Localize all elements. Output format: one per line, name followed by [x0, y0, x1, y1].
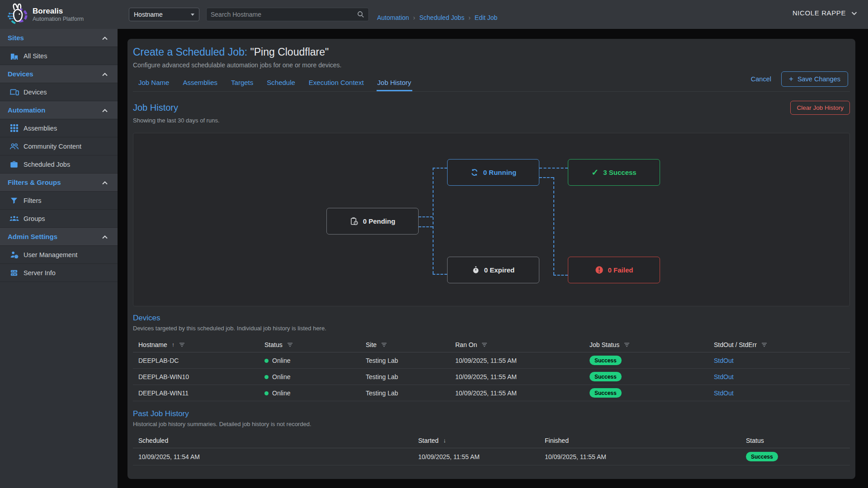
sidebar-item-filters[interactable]: Filters	[0, 192, 118, 210]
sidebar-item-assemblies[interactable]: Assemblies	[0, 119, 118, 137]
tab-targets[interactable]: Targets	[230, 76, 254, 91]
online-dot-icon	[264, 359, 269, 363]
user-gear-icon	[8, 251, 20, 258]
column-header-status[interactable]: Status	[264, 341, 366, 348]
plus-icon: +	[789, 76, 793, 82]
sidebar-section-devices[interactable]: Devices	[0, 65, 118, 83]
sidebar-item-community-content[interactable]: Community Content	[0, 137, 118, 155]
column-header-scheduled[interactable]: Scheduled	[138, 437, 418, 444]
devices-subheading: Devices targeted by this scheduled job. …	[133, 325, 850, 332]
save-changes-button[interactable]: + Save Changes	[781, 71, 848, 87]
table-row[interactable]: DEEPLAB-DC Online Testing Lab 10/09/2025…	[133, 352, 850, 369]
user-menu[interactable]: NICOLE RAPPE	[793, 9, 857, 17]
filter-icon[interactable]	[179, 341, 185, 348]
column-header-finished[interactable]: Finished	[545, 437, 746, 444]
breadcrumb-edit-job[interactable]: Edit Job	[475, 14, 498, 21]
table-row[interactable]: DEEPLAB-WIN11 Online Testing Lab 10/09/2…	[133, 385, 850, 401]
sidebar-section-label: Sites	[8, 34, 24, 42]
filter-icon[interactable]	[481, 341, 487, 348]
column-header-started[interactable]: Started ↓	[418, 437, 545, 444]
table-row[interactable]: DEEPLAB-WIN10 Online Testing Lab 10/09/2…	[133, 369, 850, 385]
groups-icon	[8, 215, 20, 222]
cell-stdout: StdOut	[714, 373, 850, 380]
past-history-table-header: Scheduled Started ↓ Finished Status	[133, 433, 850, 448]
sidebar-item-label: Groups	[24, 215, 45, 222]
filter-icon[interactable]	[761, 341, 767, 348]
clipboard-clock-icon	[350, 217, 359, 226]
filter-icon[interactable]	[381, 341, 387, 348]
tab-job-name[interactable]: Job Name	[137, 76, 170, 91]
column-header-ran-on[interactable]: Ran On	[455, 341, 590, 348]
online-dot-icon	[264, 375, 269, 379]
sidebar-item-all-sites[interactable]: All Sites	[0, 47, 118, 65]
column-header-job-status[interactable]: Job Status	[590, 341, 714, 348]
breadcrumb-automation[interactable]: Automation	[377, 14, 409, 21]
hostname-select[interactable]: Hostname	[129, 8, 199, 21]
cell-site: Testing Lab	[366, 357, 455, 364]
tab-job-history[interactable]: Job History	[377, 76, 412, 91]
flow-connector	[433, 168, 434, 274]
stdout-link[interactable]: StdOut	[714, 357, 734, 364]
server-icon	[8, 269, 20, 277]
main-content: Create a Scheduled Job: "Ping Cloudflare…	[118, 29, 868, 488]
sidebar-item-groups[interactable]: Groups	[0, 210, 118, 228]
sidebar-item-label: Community Content	[24, 143, 81, 150]
column-label: Status	[264, 341, 283, 348]
flow-node-failed[interactable]: 0 Failed	[568, 257, 660, 283]
alert-circle-icon	[595, 266, 604, 274]
breadcrumb-separator: ›	[413, 14, 415, 21]
flow-node-label: 0 Running	[483, 169, 516, 176]
flow-node-success[interactable]: ✓ 3 Success	[568, 159, 660, 186]
chevron-down-icon	[851, 9, 857, 17]
sidebar-section-automation[interactable]: Automation	[0, 101, 118, 119]
stdout-link[interactable]: StdOut	[714, 373, 734, 380]
flow-node-label: 0 Expired	[484, 266, 515, 274]
tab-schedule[interactable]: Schedule	[266, 76, 296, 91]
cancel-button[interactable]: Cancel	[751, 75, 771, 83]
sidebar-section-admin-settings[interactable]: Admin Settings	[0, 228, 118, 246]
breadcrumb-scheduled-jobs[interactable]: Scheduled Jobs	[420, 14, 465, 21]
flow-connector	[433, 168, 447, 169]
flow-node-expired[interactable]: 0 Expired	[447, 257, 539, 283]
tab-execution-context[interactable]: Execution Context	[308, 76, 365, 91]
column-header-stdout[interactable]: StdOut / StdErr	[714, 341, 850, 348]
column-header-hostname[interactable]: Hostname ↑	[138, 341, 264, 348]
sidebar-item-label: User Management	[24, 251, 77, 258]
column-label: Status	[746, 437, 764, 444]
sidebar-section-filters-groups[interactable]: Filters & Groups	[0, 174, 118, 192]
cell-job-status: Success	[590, 388, 714, 398]
filter-icon[interactable]	[624, 341, 630, 348]
sidebar-item-devices[interactable]: Devices	[0, 83, 118, 101]
cell-scheduled: 10/09/2025, 11:54 AM	[138, 453, 418, 460]
sidebar-item-label: Server Info	[24, 269, 56, 277]
search-input[interactable]	[211, 11, 357, 18]
sync-icon	[470, 168, 479, 177]
table-row[interactable]: 10/09/2025, 11:54 AM 10/09/2025, 11:55 A…	[133, 448, 850, 465]
sidebar-section-label: Admin Settings	[8, 233, 57, 240]
building-icon	[8, 52, 20, 60]
column-header-site[interactable]: Site	[366, 341, 455, 348]
column-header-status[interactable]: Status	[746, 437, 850, 444]
status-badge: Success	[590, 356, 622, 365]
tab-assemblies[interactable]: Assemblies	[182, 76, 218, 91]
chevron-up-icon	[102, 233, 108, 240]
cell-ran-on: 10/09/2025, 11:55 AM	[455, 389, 590, 397]
flow-node-running[interactable]: 0 Running	[447, 159, 539, 186]
past-job-history-heading: Past Job History	[133, 409, 850, 418]
flow-node-pending[interactable]: 0 Pending	[326, 208, 419, 235]
filter-icon[interactable]	[287, 341, 293, 348]
stdout-link[interactable]: StdOut	[714, 389, 734, 397]
sidebar-item-scheduled-jobs[interactable]: Scheduled Jobs	[0, 155, 118, 174]
job-history-subheading: Showing the last 30 days of runs.	[133, 117, 850, 124]
sidebar-item-user-management[interactable]: User Management	[0, 246, 118, 264]
column-label: Ran On	[455, 341, 477, 348]
sort-desc-icon: ↓	[443, 437, 446, 444]
status-text: Online	[272, 373, 290, 380]
breadcrumb-separator: ›	[468, 14, 471, 21]
sidebar-section-sites[interactable]: Sites	[0, 29, 118, 47]
brand: Borealis Automation Platform	[0, 0, 118, 29]
sidebar-item-server-info[interactable]: Server Info	[0, 264, 118, 282]
chevron-up-icon	[102, 70, 108, 78]
clear-job-history-button[interactable]: Clear Job History	[790, 101, 850, 115]
cell-site: Testing Lab	[366, 389, 455, 397]
